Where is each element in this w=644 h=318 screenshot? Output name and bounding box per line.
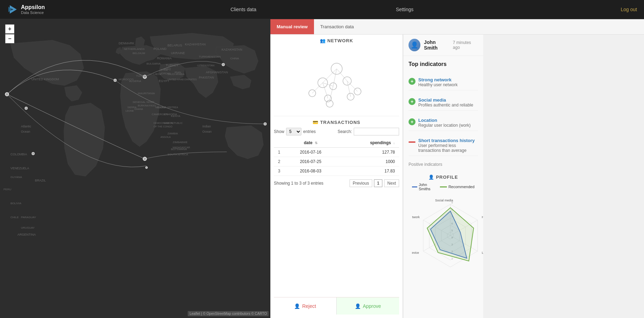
- indicator-label-3[interactable]: Location: [418, 118, 471, 123]
- action-buttons: 👤 Reject 👤 Approve: [274, 297, 399, 315]
- svg-text:Ocean: Ocean: [21, 130, 30, 133]
- row-date: 2016-07-16: [284, 148, 337, 157]
- showing-text: Showing 1 to 3 of 3 entries: [274, 181, 323, 186]
- svg-text:GHANA: GHANA: [134, 108, 143, 110]
- svg-text:ROMANIA: ROMANIA: [157, 57, 172, 60]
- svg-text:EGYPT: EGYPT: [159, 79, 170, 83]
- pagination: Showing 1 to 3 of 3 entries Previous 1 N…: [274, 179, 399, 187]
- radar-chart-svg: 9 8 7 6 5 4 3 2 1 Social media: [412, 194, 483, 278]
- plus-icon-1: +: [409, 78, 415, 85]
- transactions-controls: Show 5 10 25 entries Search:: [274, 128, 399, 135]
- svg-text:TURKEY: TURKEY: [166, 64, 179, 67]
- profile-section: 👤 PROFILE John Smiths Recommended: [409, 171, 478, 281]
- svg-line-82: [347, 81, 351, 97]
- indicator-strong-network: + Strong network Healthy user network: [409, 74, 478, 90]
- nav-settings[interactable]: Settings: [396, 7, 414, 12]
- zoom-in-button[interactable]: +: [5, 24, 14, 34]
- svg-text:ZAMBIA: ZAMBIA: [167, 132, 178, 135]
- reject-button[interactable]: 👤 Reject: [274, 297, 337, 315]
- svg-text:KAZAKHSTAN: KAZAKHSTAN: [185, 43, 205, 46]
- svg-point-11: [222, 63, 225, 66]
- logo-text: Appsilon Data Science: [21, 4, 45, 15]
- indicator-label-2[interactable]: Social media: [418, 97, 473, 103]
- pagination-controls: Previous 1 Next: [350, 179, 399, 187]
- svg-text:SENEGAL: SENEGAL: [133, 101, 146, 104]
- indicator-text-1: Strong network Healthy user network: [418, 77, 458, 87]
- legend-user: John Smiths: [412, 183, 435, 191]
- indicator-desc-1: Healthy user network: [418, 82, 458, 87]
- row-num: 2: [274, 157, 284, 167]
- svg-text:SUDAN: SUDAN: [157, 106, 166, 109]
- svg-text:GUYANA: GUYANA: [10, 176, 22, 179]
- approve-label: Approve: [363, 303, 381, 309]
- logout-link[interactable]: Log out: [621, 7, 637, 12]
- svg-text:SYRIA: SYRIA: [160, 69, 168, 71]
- reject-icon: 👤: [294, 303, 300, 309]
- indicator-text-3: Location Regular user location (work): [418, 118, 471, 128]
- svg-text:CHILE: CHILE: [10, 216, 19, 219]
- svg-text:Social media: Social media: [435, 199, 453, 202]
- tab-transaction-data[interactable]: Transaction data: [314, 19, 360, 34]
- map-attribution: Leaflet | © OpenStreetMap contributors ©…: [188, 311, 269, 316]
- reject-label: Reject: [302, 303, 316, 309]
- approve-button[interactable]: 👤 Approve: [337, 297, 399, 315]
- page-1-button[interactable]: 1: [374, 179, 383, 187]
- map-controls: + −: [5, 24, 14, 43]
- svg-point-8: [143, 157, 147, 161]
- entries-select[interactable]: 5 10 25: [286, 128, 301, 135]
- minus-icon-1: [409, 141, 415, 143]
- svg-text:VENEZUELA: VENEZUELA: [10, 167, 29, 170]
- svg-text:1: 1: [451, 257, 453, 260]
- user-row: 👤 John Smith 7 minutes ago: [403, 35, 483, 56]
- tab-manual-review[interactable]: Manual review: [270, 19, 314, 34]
- indicator-label-1[interactable]: Strong network: [418, 77, 458, 82]
- svg-text:BELARUS: BELARUS: [167, 44, 182, 47]
- svg-text:BULGARIA: BULGARIA: [147, 62, 161, 65]
- next-button[interactable]: Next: [384, 179, 399, 187]
- svg-text:ZIMBABWE: ZIMBABWE: [173, 141, 188, 144]
- svg-point-10: [264, 123, 267, 125]
- transactions-title: 💳 TRANSACTIONS: [274, 120, 399, 125]
- svg-text:GABON: GABON: [164, 122, 173, 124]
- svg-text:NETHERLANDS: NETHERLANDS: [124, 47, 145, 51]
- prev-button[interactable]: Previous: [350, 179, 372, 187]
- tabs-bar: Manual review Transaction data: [270, 19, 644, 35]
- row-num: 1: [274, 148, 284, 157]
- col-spendings[interactable]: spendings ↓: [337, 138, 399, 148]
- profile-icon: 👤: [428, 175, 436, 180]
- col-num: [274, 138, 284, 148]
- svg-text:Indian: Indian: [202, 125, 211, 128]
- svg-text:POLAND: POLAND: [153, 47, 167, 51]
- zoom-out-button[interactable]: −: [5, 34, 14, 43]
- indicator-location: + Location Regular user location (work): [409, 115, 478, 131]
- svg-text:OF THE CONGO: OF THE CONGO: [153, 125, 172, 128]
- table-row: 1 2016-07-16 127.78: [274, 148, 399, 157]
- transactions-table: date ⇅ spendings ↓ 1 2016: [274, 138, 399, 176]
- svg-text:BELGIUM: BELGIUM: [133, 52, 145, 55]
- svg-line-81: [347, 81, 358, 91]
- attribution-text: Leaflet | © OpenStreetMap contributors ©…: [189, 312, 267, 316]
- world-map-svg: UNITED KINGDOM DENMARK BELGIUM NETHERLAN…: [0, 19, 270, 318]
- svg-text:UNITED ARAB EMIRATES: UNITED ARAB EMIRATES: [167, 78, 197, 81]
- svg-text:BURKINA FASO: BURKINA FASO: [138, 104, 156, 107]
- map-area: UNITED KINGDOM DENMARK BELGIUM NETHERLAN…: [0, 19, 270, 318]
- nav-clients[interactable]: Clients data: [231, 7, 256, 12]
- row-num: 3: [274, 167, 284, 176]
- radar-grid: 9 8 7 6 5 4 3 2 1 Social media: [412, 199, 483, 267]
- svg-text:ARGENTINA: ARGENTINA: [17, 233, 36, 236]
- indicator-label-4[interactable]: Short transactions history: [418, 138, 478, 143]
- table-row: 3 2016-08-03 17.83: [274, 167, 399, 176]
- svg-text:TURKMENISTAN: TURKMENISTAN: [199, 55, 221, 58]
- svg-text:NIGER: NIGER: [147, 101, 154, 103]
- svg-text:UZBEKISTAN: UZBEKISTAN: [197, 64, 215, 67]
- search-input[interactable]: [354, 128, 399, 135]
- header: Appsilon Data Science Clients data Setti…: [0, 0, 644, 19]
- col-date[interactable]: date ⇅: [284, 138, 337, 148]
- indicator-desc-2: Profiles authentic and reliable: [418, 103, 473, 108]
- far-right-panel: 👤 John Smith 7 minutes ago Top indicator…: [403, 35, 483, 318]
- svg-point-9: [145, 167, 148, 169]
- svg-point-5: [32, 152, 35, 155]
- svg-text:ERITREA: ERITREA: [167, 106, 178, 109]
- svg-point-7: [114, 79, 117, 82]
- profile-title: 👤 PROFILE: [412, 175, 474, 180]
